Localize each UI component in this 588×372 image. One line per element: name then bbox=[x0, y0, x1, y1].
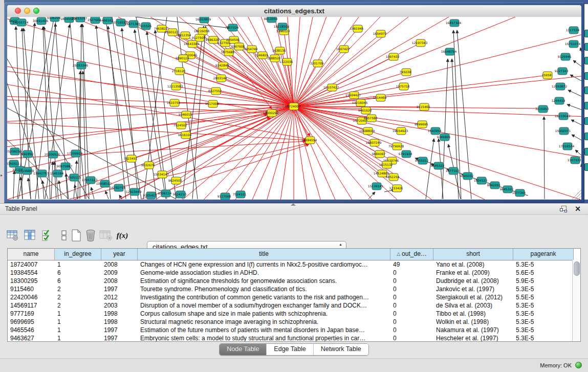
network-node[interactable]: 15034147 bbox=[154, 171, 169, 178]
network-node[interactable]: 12197343 bbox=[412, 39, 428, 47]
network-node[interactable]: 15958 bbox=[541, 72, 552, 79]
network-node[interactable]: 9032678 bbox=[141, 162, 155, 169]
network-node[interactable]: 1640954 bbox=[428, 127, 442, 135]
table-row[interactable]: 2242004622012Investigating the contribut… bbox=[8, 293, 580, 301]
network-node[interactable]: 1077345 bbox=[512, 189, 526, 196]
network-node[interactable]: 13942757 bbox=[33, 170, 49, 177]
network-node[interactable]: 9245032 bbox=[460, 172, 474, 180]
network-node[interactable]: 1588520 bbox=[267, 55, 281, 62]
network-node[interactable]: 1514469 bbox=[373, 94, 387, 101]
table-scrollbar[interactable] bbox=[572, 260, 580, 341]
network-node[interactable]: 1322036 bbox=[279, 58, 293, 65]
network-node[interactable]: 1527602 bbox=[88, 17, 101, 24]
network-node[interactable]: 9645023 bbox=[431, 162, 445, 169]
network-node[interactable]: 17016534 bbox=[559, 143, 575, 150]
network-node[interactable]: 9455012 bbox=[415, 157, 429, 164]
network-node[interactable]: 8454749 bbox=[244, 46, 258, 53]
network-node[interactable]: 9890123 bbox=[176, 55, 189, 62]
network-node[interactable]: 12213583 bbox=[167, 83, 183, 90]
network-node[interactable]: 7524502 bbox=[173, 122, 187, 129]
column-header-short[interactable]: short bbox=[433, 249, 513, 260]
network-node[interactable]: 6791934 bbox=[399, 150, 412, 158]
network-node[interactable]: 79756928 bbox=[388, 143, 404, 150]
table-row[interactable]: 911546021997Tourette syndrome. Phenomeno… bbox=[8, 285, 580, 293]
panel-collapse-arrow-icon[interactable]: ▸ bbox=[1, 173, 3, 178]
network-node[interactable]: 7146821 bbox=[255, 52, 269, 59]
new-column-icon[interactable] bbox=[70, 229, 83, 242]
network-node[interactable]: 11604427 bbox=[345, 92, 361, 99]
network-node[interactable]: 1654977 bbox=[373, 30, 387, 37]
network-window-titlebar[interactable]: citations_edges.txt bbox=[7, 5, 581, 17]
network-node[interactable]: 9136204 bbox=[47, 17, 61, 21]
network-node[interactable]: 19384554 bbox=[301, 137, 317, 144]
network-node[interactable]: 16857304 bbox=[446, 19, 462, 27]
network-node[interactable]: 9115460 bbox=[417, 103, 430, 111]
network-node[interactable]: 745038 bbox=[400, 69, 411, 76]
network-node[interactable]: 15136141 bbox=[368, 183, 384, 190]
select-columns-icon[interactable] bbox=[41, 229, 54, 242]
network-node[interactable]: 3215953 bbox=[535, 105, 549, 113]
network-node[interactable]: 2718120 bbox=[172, 68, 186, 75]
network-node[interactable]: 1975718 bbox=[396, 83, 410, 90]
tab-network-table[interactable]: Network Table bbox=[314, 344, 368, 355]
network-node[interactable]: 24055724 bbox=[13, 19, 29, 26]
network-node[interactable]: 9242848 bbox=[215, 62, 229, 69]
network-node[interactable]: 8842051 bbox=[487, 182, 501, 189]
network-node[interactable]: 8427552 bbox=[208, 87, 222, 95]
table-row[interactable]: 1456911722003Disruption of a novel membe… bbox=[8, 301, 580, 310]
network-node[interactable]: 16543382 bbox=[184, 40, 200, 48]
network-canvas[interactable]: 7463822916012389123541822605891275051654… bbox=[7, 17, 581, 200]
network-node[interactable]: 9624210 bbox=[173, 191, 187, 198]
network-node[interactable]: 9117008 bbox=[217, 193, 231, 200]
network-node[interactable]: 13216045 bbox=[352, 99, 368, 106]
network-node[interactable]: 20206526 bbox=[45, 151, 60, 158]
network-node[interactable]: 1117534 bbox=[566, 27, 580, 34]
tab-node-table[interactable]: Node Table bbox=[220, 344, 267, 355]
network-node[interactable]: 9616104 bbox=[178, 132, 192, 139]
table-row[interactable]: 946554611997Estimation of the future num… bbox=[8, 326, 580, 334]
table-mode-icon[interactable] bbox=[6, 229, 19, 242]
network-node[interactable]: 9624503 bbox=[168, 177, 182, 184]
float-window-icon[interactable] bbox=[560, 206, 567, 212]
table-row[interactable]: 969969511998Structural magnetic resonanc… bbox=[8, 318, 580, 326]
tab-edge-table[interactable]: Edge Table bbox=[267, 344, 313, 355]
network-node[interactable]: 9461620 bbox=[358, 107, 372, 114]
network-node[interactable]: 1077103 bbox=[446, 167, 460, 174]
network-node[interactable]: 7357224 bbox=[225, 24, 239, 31]
table-row[interactable]: 1830029562008Estimation of significance … bbox=[8, 277, 580, 285]
background-window-sliver[interactable] bbox=[584, 4, 588, 200]
network-window[interactable]: citations_edges.txt 74638229160123891235… bbox=[4, 3, 584, 203]
network-node[interactable]: 10107427 bbox=[323, 84, 339, 91]
network-node[interactable]: 25053346 bbox=[73, 62, 89, 69]
network-node[interactable]: 1697427 bbox=[336, 46, 350, 53]
network-node[interactable]: 3201709 bbox=[310, 60, 324, 67]
network-node[interactable]: 17359924 bbox=[67, 150, 83, 157]
canvas-resize-grip-icon[interactable] bbox=[572, 190, 581, 199]
table-row[interactable]: 946362711997Embryonic stem cells: a mode… bbox=[8, 334, 580, 342]
table-row[interactable]: 1938455462009Genome-wide association stu… bbox=[8, 269, 580, 277]
close-icon[interactable]: ✕ bbox=[575, 205, 581, 213]
column-header-title[interactable]: title bbox=[138, 249, 390, 260]
network-node[interactable]: 18226058 bbox=[194, 28, 210, 35]
row-height-icon[interactable] bbox=[57, 229, 71, 242]
network-node[interactable]: 9160123 bbox=[165, 29, 179, 36]
network-node[interactable]: 9546015 bbox=[179, 111, 192, 118]
network-node[interactable]: 9699695 bbox=[415, 121, 428, 128]
network-node[interactable]: 9345805 bbox=[437, 134, 451, 141]
network-node[interactable]: 9227343 bbox=[555, 68, 569, 75]
network-node[interactable]: 17957223 bbox=[82, 177, 98, 184]
network-node[interactable]: 1107533 bbox=[568, 157, 581, 164]
network-node[interactable]: 1004523 bbox=[474, 177, 488, 184]
network-node[interactable]: 16053809 bbox=[195, 17, 211, 23]
network-node[interactable]: 9517008 bbox=[205, 100, 219, 107]
network-node[interactable]: 16782759 bbox=[110, 184, 126, 191]
column-header-pagerank[interactable]: pagerank bbox=[513, 249, 574, 260]
table-row[interactable]: 1872400712008Changes of HCN gene express… bbox=[8, 260, 580, 269]
column-header-in_degree[interactable]: in_degree bbox=[55, 249, 101, 260]
network-node[interactable]: 9129946 bbox=[558, 53, 572, 60]
network-node[interactable]: 1733426 bbox=[389, 185, 403, 192]
splitter-handle-icon[interactable] bbox=[291, 203, 296, 206]
network-node[interactable]: 9645322 bbox=[500, 186, 514, 193]
network-node[interactable]: 16648794 bbox=[441, 48, 457, 55]
network-node[interactable]: 90975887 bbox=[57, 163, 73, 170]
